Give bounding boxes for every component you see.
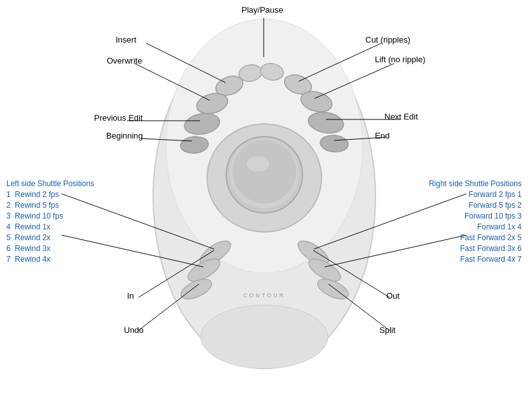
svg-point-23 [201,305,328,369]
shuttle-right-item-6: Fast Forward 3x 6 [429,243,522,254]
shuttle-left: Left side Shuttle Positions 1 Rewind 2 f… [6,179,94,265]
shuttle-right-item-1: Forward 2 fps 1 [429,189,522,200]
in-label: In [127,291,134,301]
svg-point-6 [247,156,269,172]
shuttle-left-item-1: 1 Rewind 2 fps [6,189,94,200]
shuttle-left-item-6: 6 Rewind 3x [6,243,94,254]
shuttle-right: Right side Shuttle Positions Forward 2 f… [429,179,522,265]
previous-edit-label: Previous Edit [94,113,143,123]
controller-svg: CONTOUR [131,6,398,375]
svg-point-5 [233,140,296,203]
beginning-label: Beginning [106,131,143,140]
shuttle-right-item-2: Forward 5 fps 2 [429,200,522,211]
shuttle-right-item-7: Fast Forward 4x 7 [429,254,522,265]
out-label: Out [386,291,400,301]
split-label: Split [379,325,395,335]
shuttle-left-title: Left side Shuttle Positions [6,179,94,188]
shuttle-left-item-5: 5 Rewind 2x [6,233,94,243]
shuttle-left-item-4: 4 Rewind 1x [6,222,94,233]
play-pause-label: Play/Pause [241,5,283,15]
svg-text:CONTOUR: CONTOUR [243,292,285,299]
insert-label: Insert [116,35,137,44]
shuttle-left-item-7: 7 Rewind 4x [6,254,94,265]
undo-label: Undo [124,325,144,335]
diagram-container: CONTOUR [0,0,528,420]
shuttle-right-item-4: Forward 1x 4 [429,222,522,233]
shuttle-right-title: Right side Shuttle Positions [429,179,522,188]
overwrite-label: Overwrite [107,56,142,65]
cut-ripples-label: Cut (ripples) [365,35,410,44]
shuttle-left-item-2: 2 Rewind 5 fps [6,200,94,211]
next-edit-label: Next Edit [384,112,418,121]
shuttle-right-item-3: Forward 10 fps 3 [429,211,522,222]
lift-no-ripple-label: Lift (no ripple) [375,55,425,64]
shuttle-left-item-3: 3 Rewind 10 fps [6,211,94,222]
shuttle-right-item-5: Fast Forward 2x 5 [429,233,522,243]
end-label: End [375,131,389,140]
